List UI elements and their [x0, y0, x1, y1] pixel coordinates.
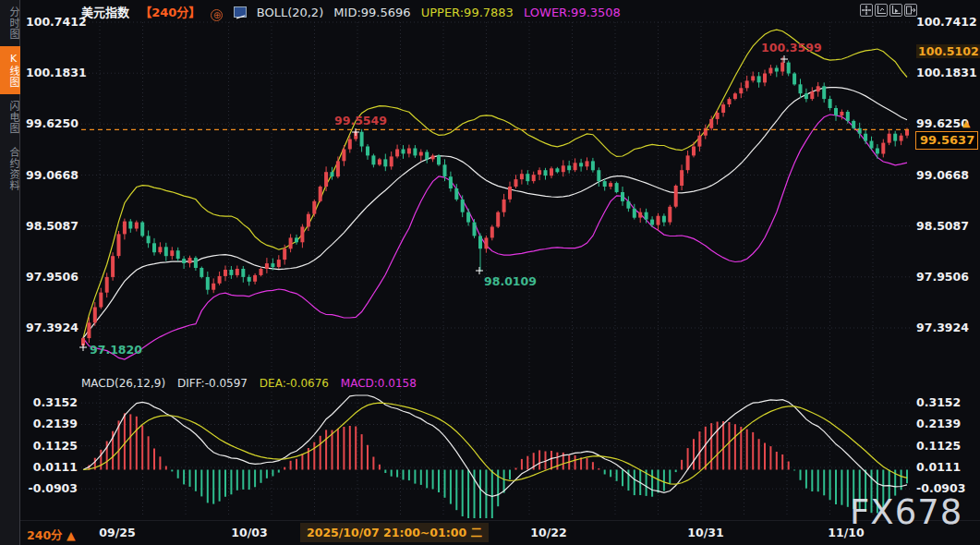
- boll-lower-value: LOWER:99.3508: [524, 6, 621, 19]
- y-axis-label: 100.7412: [916, 15, 977, 29]
- y-axis-label: 0.0111: [916, 460, 961, 474]
- y-axis-label: 99.6250: [26, 116, 78, 130]
- y-axis-label: 0.1125: [916, 439, 961, 453]
- sidebar-tab-flash[interactable]: 闪电图: [0, 94, 20, 140]
- toolbar: [860, 4, 917, 17]
- macd-dea-value: DEA:-0.0676: [260, 377, 329, 390]
- boll-label: BOLL(20,2): [257, 6, 324, 19]
- y-axis-label: 0.3152: [26, 395, 78, 409]
- y-axis-label: 0.1125: [26, 439, 78, 453]
- period-tag[interactable]: 【240分】: [139, 6, 200, 19]
- chart-header: 美元指数 【240分】 ⊕ BOLL(20,2) MID:99.5696 UPP…: [81, 3, 627, 21]
- boll-mid-value: MID:99.5696: [333, 6, 410, 19]
- date-tick: 09/25: [97, 526, 138, 539]
- y-axis-label: 97.3924: [26, 321, 78, 334]
- high-low-annotation: 98.0109: [484, 274, 537, 288]
- date-tick: 10/22: [528, 526, 569, 539]
- high-low-annotation: 100.3599: [761, 41, 822, 54]
- chart-type-icon[interactable]: [234, 6, 247, 18]
- zoom-axes-left-icon[interactable]: [875, 4, 888, 17]
- y-axis-label: 97.9506: [916, 270, 969, 284]
- macd-macd-value: MACD:0.0158: [341, 377, 417, 390]
- y-axis-label: 99.6250: [916, 116, 969, 130]
- y-axis-label: 98.5087: [916, 219, 969, 233]
- macd-name: MACD(26,12,9): [81, 377, 165, 390]
- trading-terminal: 分时图 K线图 闪电图 合约资料 美元指数 【240分】 ⊕ BOLL(20,2…: [0, 0, 980, 545]
- date-tick: 10/03: [229, 526, 270, 539]
- last-price-box: 99.5637: [915, 131, 978, 150]
- y-axis-label: 0.2139: [916, 417, 961, 430]
- y-axis-label: 99.0668: [26, 168, 78, 182]
- fx678-watermark: FX678: [850, 492, 962, 532]
- date-tick: 10/31: [685, 526, 726, 539]
- time-axis-bar: 240分 ▲ 09/25 10/03 10/22 10/31 11/10 202…: [20, 520, 980, 545]
- sidebar: 分时图 K线图 闪电图 合约资料: [0, 0, 20, 545]
- y-axis-label: 98.5087: [26, 219, 78, 233]
- price-marker-icon: ▲: [962, 117, 970, 129]
- y-axis-label: -0.0903: [26, 481, 78, 495]
- y-axis-label: 0.0111: [26, 460, 78, 474]
- instrument-title: 美元指数: [81, 6, 129, 19]
- y-axis-label: 0.3152: [916, 395, 961, 409]
- collapse-panel-icon[interactable]: [904, 4, 917, 17]
- y-axis-label: 100.1831: [26, 66, 78, 79]
- y-axis-label: 0.2139: [26, 417, 78, 430]
- kline-chart-canvas[interactable]: [0, 0, 980, 545]
- add-indicator-icon[interactable]: ⊕: [211, 9, 223, 21]
- crosshair-icon[interactable]: [860, 4, 873, 17]
- y-axis-label: 97.3924: [916, 321, 969, 334]
- y-axis-label: 97.9506: [26, 270, 78, 284]
- macd-header: MACD(26,12,9) DIFF:-0.0597 DEA:-0.0676 M…: [81, 377, 425, 390]
- period-high-label: 100.5102: [916, 44, 980, 58]
- sidebar-tab-contract-info[interactable]: 合约资料: [0, 140, 20, 198]
- boll-upper-value: UPPER:99.7883: [421, 6, 514, 19]
- zoom-axes-right-icon[interactable]: [889, 4, 902, 17]
- high-low-annotation: 97.1820: [90, 343, 142, 357]
- y-axis-label: 100.7412: [26, 15, 78, 29]
- high-low-annotation: 99.5549: [334, 114, 387, 127]
- hovered-candle-time: 2025/10/07 21:00~01:00 二: [300, 523, 489, 542]
- y-axis-label: 99.0668: [916, 168, 969, 182]
- period-selector[interactable]: 240分 ▲: [27, 526, 76, 543]
- macd-diff-value: DIFF:-0.0597: [177, 377, 248, 390]
- y-axis-label: 100.1831: [916, 66, 977, 79]
- sidebar-tab-kline[interactable]: K线图: [0, 46, 20, 94]
- sidebar-tab-timeline[interactable]: 分时图: [0, 0, 20, 46]
